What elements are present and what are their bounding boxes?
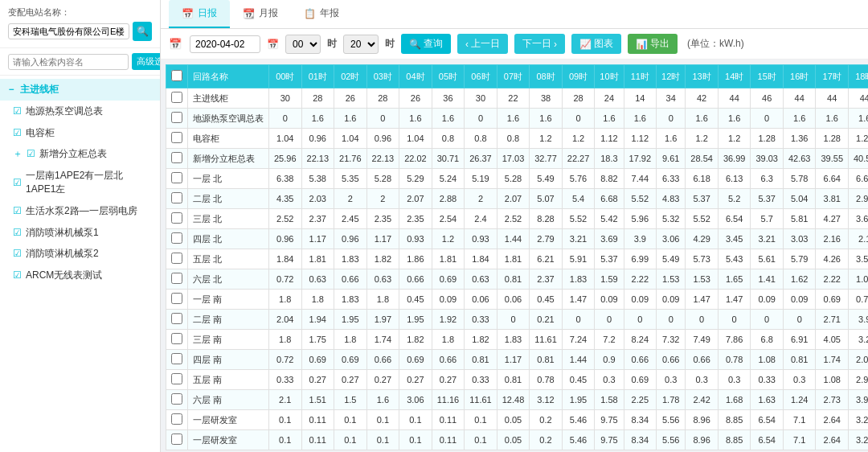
row-select-checkbox[interactable] [171, 212, 182, 224]
tab-monthly[interactable]: 📆月报 [230, 0, 291, 28]
cell-1-4: 1.6 [399, 109, 432, 129]
row-select-checkbox[interactable] [171, 92, 182, 103]
row-checkbox[interactable] [166, 169, 188, 189]
row-checkbox[interactable] [166, 189, 188, 209]
cell-12-15: 6.8 [751, 330, 784, 350]
row-select-checkbox[interactable] [171, 373, 182, 384]
row-checkbox[interactable] [166, 209, 188, 229]
tree-item-geo-ac-total[interactable]: ☑地源热泵空调总表 [0, 101, 160, 122]
cell-6-5: 2.54 [432, 209, 465, 229]
cell-13-7: 1.17 [497, 350, 530, 370]
search-input[interactable] [8, 54, 129, 70]
data-table-container[interactable]: 回路名称00时01时02时03时04时05时06时07时08时09时10时11时… [161, 60, 868, 452]
cell-2-17: 1.28 [816, 129, 849, 149]
row-select-checkbox[interactable] [171, 152, 182, 163]
row-select-checkbox[interactable] [171, 132, 182, 143]
row-checkbox[interactable] [166, 290, 188, 310]
tree-item-fire-pump1[interactable]: ☑消防喷淋机械泵1 [0, 222, 160, 244]
row-checkbox[interactable] [166, 410, 188, 430]
row-checkbox[interactable] [166, 109, 188, 129]
row-checkbox[interactable] [166, 229, 188, 249]
cell-6-10: 5.42 [595, 209, 624, 229]
prev-day-button[interactable]: ‹ 上一日 [457, 34, 508, 54]
cell-7-13: 4.29 [686, 229, 719, 249]
cell-2-6: 0.8 [465, 129, 497, 149]
tab-daily[interactable]: 📅日报 [169, 0, 230, 28]
tree-item-main-line[interactable]: －主进线柜 [0, 79, 160, 101]
row-select-checkbox[interactable] [171, 333, 182, 344]
cell-0-7: 22 [497, 88, 530, 109]
tree-item-1f-north-ape[interactable]: ☑一层南1APE2有一层北1APE1左 [0, 165, 160, 200]
cell-14-13: 0.3 [686, 370, 719, 390]
row-checkbox[interactable] [166, 370, 188, 390]
next-day-button[interactable]: 下一日 › [514, 34, 565, 54]
cell-1-18: 1.6 [849, 109, 869, 129]
row-checkbox[interactable] [166, 350, 188, 370]
table-row: 六层 北0.720.630.660.630.660.690.630.812.37… [166, 269, 869, 290]
tree-item-new-sub-total[interactable]: ＋☑新增分立柜总表 [0, 143, 160, 165]
row-checkbox[interactable] [166, 330, 188, 350]
query-button[interactable]: 🔍 查询 [401, 34, 451, 54]
row-select-checkbox[interactable] [171, 192, 182, 203]
row-checkbox[interactable] [166, 430, 188, 450]
hour-select[interactable]: 0001020304050607080910111213141516171819… [285, 35, 321, 54]
export-button[interactable]: 📊 导出 [628, 34, 678, 54]
cell-13-12: 0.66 [657, 350, 686, 370]
col-hour-15: 15时 [751, 65, 784, 88]
row-select-checkbox[interactable] [171, 253, 182, 264]
cell-1-17: 1.6 [816, 109, 849, 129]
tree-item-fire-pump2[interactable]: ☑消防喷淋机械泵2 [0, 243, 160, 265]
row-select-checkbox[interactable] [171, 273, 182, 284]
row-select-checkbox[interactable] [171, 293, 182, 304]
cell-3-9: 22.27 [562, 149, 595, 169]
row-select-checkbox[interactable] [171, 393, 182, 405]
cell-9-14: 1.65 [718, 269, 751, 290]
tree-item-capacitor[interactable]: ☑电容柜 [0, 122, 160, 144]
cell-1-3: 0 [366, 109, 399, 129]
chart-button[interactable]: 📈 图表 [571, 34, 621, 54]
station-input[interactable] [8, 23, 129, 39]
cell-9-15: 1.41 [751, 269, 784, 290]
select-all-checkbox[interactable] [171, 70, 182, 81]
cell-9-13: 1.53 [686, 269, 719, 290]
advanced-select-button[interactable]: 高级选择 [132, 53, 161, 70]
cell-2-0: 1.04 [269, 129, 302, 149]
row-checkbox[interactable] [166, 390, 188, 410]
min-select[interactable]: 000510152025303540455055 [343, 35, 379, 54]
data-table: 回路名称00时01时02时03时04时05时06时07时08时09时10时11时… [166, 64, 868, 450]
cell-13-18: 2.07 [849, 350, 869, 370]
tab-yearly[interactable]: 📋年报 [291, 0, 352, 28]
row-select-checkbox[interactable] [171, 313, 182, 324]
row-select-checkbox[interactable] [171, 353, 182, 364]
row-checkbox[interactable] [166, 310, 188, 330]
row-select-checkbox[interactable] [171, 112, 182, 123]
cell-4-0: 6.38 [269, 169, 302, 189]
row-select-checkbox[interactable] [171, 434, 182, 445]
date-input[interactable] [190, 35, 260, 53]
col-hour-12: 12时 [657, 65, 686, 88]
row-select-checkbox[interactable] [171, 413, 182, 425]
tree-item-label: 一层南1APE2有一层北1APE1左 [26, 169, 152, 196]
col-checkbox[interactable] [166, 65, 188, 88]
cell-15-10: 1.58 [595, 390, 624, 410]
tree-item-label: 主进线柜 [20, 83, 59, 97]
row-checkbox[interactable] [166, 249, 188, 269]
cell-5-6: 2 [465, 189, 497, 209]
cell-14-15: 0.33 [751, 370, 784, 390]
station-search-button[interactable]: 🔍 [133, 22, 152, 41]
tree-item-water-pump[interactable]: ☑生活水泵2路—一层弱电房 [0, 200, 160, 222]
row-select-checkbox[interactable] [171, 232, 182, 244]
row-checkbox[interactable] [166, 269, 188, 290]
table-row: 四层 南0.720.690.690.660.690.660.811.170.81… [166, 350, 869, 370]
cell-3-8: 32.77 [530, 149, 563, 169]
cell-0-16: 44 [783, 88, 816, 109]
row-checkbox[interactable] [166, 88, 188, 109]
cell-12-0: 1.8 [269, 330, 302, 350]
tree-item-arcm[interactable]: ☑ARCM无线表测试 [0, 265, 160, 286]
row-checkbox[interactable] [166, 149, 188, 169]
row-checkbox[interactable] [166, 129, 188, 149]
cell-14-7: 0.81 [497, 370, 530, 390]
row-select-checkbox[interactable] [171, 172, 182, 183]
cell-16-10: 9.75 [595, 410, 624, 430]
cell-5-8: 5.07 [530, 189, 563, 209]
